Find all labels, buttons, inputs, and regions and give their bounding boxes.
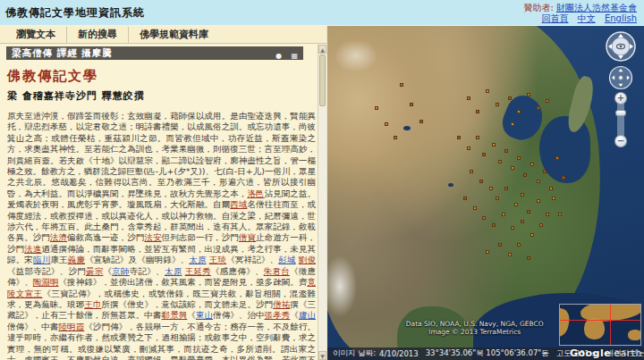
place-link[interactable]: 京師 bbox=[112, 266, 130, 276]
person-link[interactable]: 陶淵明 bbox=[33, 277, 59, 287]
doc-scrollbar[interactable]: ▲ ▼ bbox=[318, 45, 326, 360]
map-marker[interactable] bbox=[508, 96, 512, 100]
map-marker[interactable] bbox=[375, 106, 378, 110]
map-marker[interactable] bbox=[486, 250, 489, 254]
map-viewport[interactable]: + − Data SIO, NOAA, U.S. Navy, NGA, GEBC… bbox=[326, 26, 644, 360]
map-marker[interactable] bbox=[502, 213, 505, 216]
person-link[interactable]: 法濟 bbox=[50, 232, 67, 242]
map-marker[interactable] bbox=[562, 176, 565, 180]
map-marker[interactable] bbox=[546, 213, 549, 216]
person-link[interactable]: 曇宗 bbox=[86, 266, 104, 276]
map-marker[interactable] bbox=[552, 197, 555, 200]
scrollbar-thumb[interactable] bbox=[319, 54, 326, 106]
map-marker[interactable] bbox=[470, 170, 473, 173]
person-link[interactable]: 西域 bbox=[230, 199, 247, 209]
zoom-in-button[interactable]: + bbox=[614, 92, 627, 105]
scroll-down-icon[interactable]: ▼ bbox=[318, 351, 326, 360]
map-marker[interactable] bbox=[539, 223, 543, 227]
zoom-slider-thumb[interactable] bbox=[615, 110, 626, 116]
person-link[interactable]: 劉俊 bbox=[299, 255, 316, 264]
map-marker[interactable] bbox=[537, 199, 540, 203]
tab-new-search[interactable]: 新的搜尋 bbox=[67, 27, 129, 43]
map-marker[interactable] bbox=[527, 93, 530, 96]
map-marker[interactable] bbox=[496, 197, 499, 200]
person-link[interactable]: 張孝秀 bbox=[265, 310, 291, 320]
overview-inset-map[interactable] bbox=[559, 304, 641, 346]
map-marker[interactable] bbox=[549, 187, 553, 190]
map-marker[interactable] bbox=[489, 187, 493, 190]
lang-chinese-link[interactable]: 中文 bbox=[578, 13, 596, 23]
place-link[interactable]: 廬山 bbox=[299, 310, 316, 320]
map-marker[interactable] bbox=[394, 136, 397, 139]
move-joystick-icon[interactable] bbox=[608, 65, 633, 90]
sponsor-link[interactable]: 財團法人浩然基金會 bbox=[556, 3, 637, 13]
map-marker[interactable] bbox=[514, 203, 518, 206]
map-marker[interactable] bbox=[521, 193, 524, 197]
person-link[interactable]: 王延秀 bbox=[185, 266, 211, 276]
scroll-up-icon[interactable]: ▲ bbox=[318, 45, 326, 54]
map-marker[interactable] bbox=[517, 243, 521, 247]
place-link[interactable]: 臨川 bbox=[33, 255, 50, 264]
look-joystick-icon[interactable] bbox=[605, 30, 637, 63]
map-marker[interactable] bbox=[521, 220, 524, 223]
map-marker[interactable] bbox=[530, 163, 534, 166]
map-marker[interactable] bbox=[504, 187, 508, 190]
map-marker[interactable] bbox=[457, 136, 461, 139]
map-marker[interactable] bbox=[486, 89, 489, 93]
map-marker[interactable] bbox=[496, 103, 499, 106]
map-marker[interactable] bbox=[492, 223, 496, 227]
map-marker[interactable] bbox=[543, 170, 547, 173]
place-link[interactable]: 太原 bbox=[189, 255, 206, 264]
map-marker[interactable] bbox=[527, 256, 530, 260]
map-marker[interactable] bbox=[504, 149, 508, 153]
home-link[interactable]: 回首頁 bbox=[542, 13, 569, 23]
map-marker[interactable] bbox=[498, 160, 502, 163]
place-link[interactable]: 太原 bbox=[165, 266, 182, 276]
map-marker[interactable] bbox=[546, 99, 549, 103]
map-marker[interactable] bbox=[479, 180, 483, 183]
zoom-slider[interactable]: + − bbox=[617, 99, 624, 140]
map-marker[interactable] bbox=[400, 83, 403, 87]
map-marker[interactable] bbox=[511, 166, 514, 170]
map-marker[interactable] bbox=[467, 147, 470, 150]
map-marker[interactable] bbox=[419, 120, 423, 123]
map-marker[interactable] bbox=[508, 253, 512, 256]
map-marker[interactable] bbox=[555, 156, 559, 160]
tab-browse-text[interactable]: 瀏覽文本 bbox=[5, 27, 67, 43]
map-marker[interactable] bbox=[467, 96, 470, 100]
map-marker[interactable] bbox=[492, 143, 496, 147]
map-marker[interactable] bbox=[537, 180, 540, 183]
person-link[interactable]: 朱君台 bbox=[264, 266, 290, 276]
zoom-out-button[interactable]: − bbox=[614, 135, 627, 147]
person-link[interactable]: 陸明霞 bbox=[59, 322, 85, 331]
map-marker[interactable] bbox=[410, 103, 413, 106]
map-marker[interactable] bbox=[517, 156, 521, 160]
map-marker-icon[interactable]: ● bbox=[275, 52, 282, 60]
map-marker[interactable] bbox=[537, 106, 540, 110]
person-link[interactable]: 郗景興 bbox=[162, 310, 188, 320]
map-marker[interactable] bbox=[482, 216, 486, 220]
map-marker[interactable] bbox=[527, 210, 530, 213]
map-marker[interactable] bbox=[385, 122, 388, 126]
person-link[interactable]: 王巾 bbox=[84, 299, 101, 309]
person-link[interactable]: 洛邑 bbox=[247, 188, 264, 198]
person-link[interactable]: 義慶 bbox=[68, 255, 85, 264]
map-marker[interactable] bbox=[476, 110, 479, 113]
map-marker[interactable] bbox=[476, 136, 479, 139]
place-link[interactable]: 東山 bbox=[196, 310, 213, 320]
map-marker[interactable] bbox=[463, 197, 467, 200]
list-view-icon[interactable]: ▦ bbox=[291, 52, 298, 60]
map-marker[interactable] bbox=[511, 122, 514, 126]
map-marker[interactable] bbox=[523, 173, 527, 177]
map-marker[interactable] bbox=[473, 206, 477, 210]
tab-authority-database[interactable]: 佛學規範資料庫 bbox=[129, 27, 219, 43]
person-link[interactable]: 王琰 bbox=[209, 255, 226, 264]
map-marker[interactable] bbox=[511, 226, 514, 230]
lang-english-link[interactable]: English bbox=[605, 13, 637, 23]
place-link[interactable]: 彭城 bbox=[278, 255, 295, 264]
person-link[interactable]: 法安 bbox=[144, 232, 161, 242]
map-marker[interactable] bbox=[530, 233, 534, 237]
person-link[interactable]: 僧寶 bbox=[239, 232, 256, 242]
map-marker[interactable] bbox=[482, 153, 486, 156]
map-marker[interactable] bbox=[517, 110, 521, 113]
